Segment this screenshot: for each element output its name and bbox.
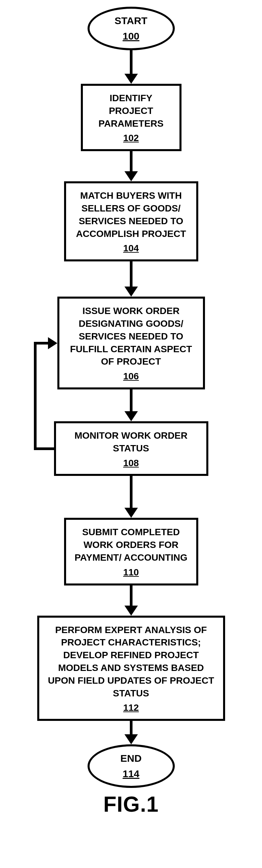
node-110-ref: 110	[123, 566, 139, 579]
end-ref: 114	[122, 767, 139, 781]
arrow-112-end	[124, 721, 138, 744]
node-112-ref: 112	[123, 702, 139, 714]
node-108-ref: 108	[123, 457, 139, 469]
node-102-ref: 102	[123, 132, 139, 145]
node-110-label: SUBMIT COMPLETED WORK ORDERS FOR PAYMENT…	[71, 526, 192, 564]
node-104-ref: 104	[123, 242, 139, 255]
figure-label: FIG.1	[103, 792, 159, 817]
node-102-label: IDENTIFY PROJECT PARAMETERS	[88, 92, 175, 130]
node-104-label: MATCH BUYERS WITH SELLERS OF GOODS/ SERV…	[71, 189, 192, 240]
node-108-label: MONITOR WORK ORDER STATUS	[61, 429, 202, 455]
end-node: END 114	[88, 744, 175, 788]
node-104: MATCH BUYERS WITH SELLERS OF GOODS/ SERV…	[64, 181, 198, 261]
arrow-102-104	[124, 151, 138, 181]
start-ref: 100	[122, 30, 139, 43]
node-110: SUBMIT COMPLETED WORK ORDERS FOR PAYMENT…	[64, 518, 198, 585]
arrow-110-112	[124, 586, 138, 616]
node-102: IDENTIFY PROJECT PARAMETERS 102	[81, 84, 181, 151]
node-108: MONITOR WORK ORDER STATUS 108	[54, 421, 208, 476]
start-label: START	[115, 14, 148, 28]
arrow-108-110	[124, 476, 138, 518]
arrow-106-108	[124, 390, 138, 421]
node-106-label: ISSUE WORK ORDER DESIGNATING GOODS/ SERV…	[64, 305, 198, 368]
node-112: PERFORM EXPERT ANALYSIS OF PROJECT CHARA…	[37, 616, 225, 721]
end-label: END	[120, 752, 142, 766]
flowchart: START 100 IDENTIFY PROJECT PARAMETERS 10…	[7, 7, 255, 817]
node-112-label: PERFORM EXPERT ANALYSIS OF PROJECT CHARA…	[44, 624, 219, 700]
arrow-104-106	[124, 261, 138, 297]
start-node: START 100	[88, 7, 175, 50]
node-106-ref: 106	[123, 370, 139, 383]
arrow-start-102	[124, 50, 138, 84]
node-106: ISSUE WORK ORDER DESIGNATING GOODS/ SERV…	[57, 297, 205, 390]
